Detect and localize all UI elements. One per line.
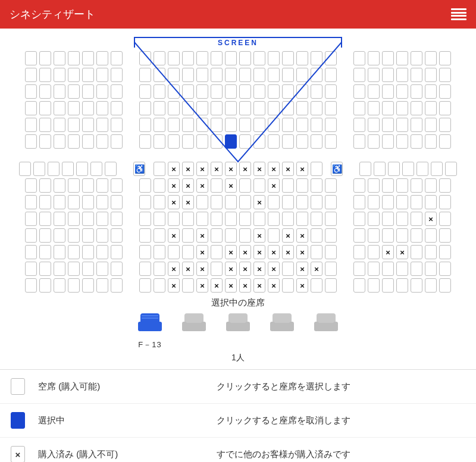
seat[interactable] [239, 134, 251, 149]
seat[interactable] [296, 51, 308, 65]
seat[interactable] [68, 245, 80, 259]
seat[interactable] [439, 228, 451, 243]
seat[interactable] [196, 195, 208, 209]
seat[interactable] [139, 212, 151, 226]
seat[interactable] [388, 162, 400, 176]
seat[interactable] [139, 134, 151, 149]
seat[interactable] [168, 134, 180, 149]
seat[interactable] [154, 195, 165, 209]
seat[interactable] [90, 162, 102, 176]
seat[interactable] [139, 195, 151, 209]
seat[interactable] [396, 262, 408, 276]
seat[interactable] [139, 178, 151, 193]
seat[interactable] [225, 195, 237, 209]
seat[interactable] [439, 101, 451, 115]
seat[interactable] [368, 68, 380, 82]
seat[interactable] [296, 178, 308, 193]
seat[interactable] [268, 101, 280, 115]
seat[interactable] [311, 118, 322, 132]
seat[interactable] [439, 51, 451, 65]
seat[interactable] [139, 68, 151, 82]
seat[interactable] [68, 68, 80, 82]
seat[interactable] [325, 51, 337, 65]
seat[interactable] [268, 195, 280, 209]
seat[interactable] [268, 84, 280, 99]
seat[interactable] [25, 178, 37, 193]
seat[interactable] [439, 262, 451, 276]
seat[interactable] [311, 178, 322, 193]
seat[interactable] [196, 118, 208, 132]
seat[interactable] [182, 84, 194, 99]
seat[interactable] [211, 134, 223, 149]
seat[interactable] [353, 278, 365, 293]
seat[interactable] [368, 278, 380, 293]
seat[interactable] [96, 134, 108, 149]
seat[interactable] [54, 51, 65, 65]
seat[interactable] [439, 278, 451, 293]
seat[interactable] [353, 134, 365, 149]
seat[interactable] [196, 51, 208, 65]
seat[interactable] [396, 212, 408, 226]
seat[interactable] [168, 84, 180, 99]
seat[interactable] [82, 262, 94, 276]
seat[interactable] [325, 278, 337, 293]
seat[interactable] [54, 68, 65, 82]
seat[interactable] [268, 134, 280, 149]
seat[interactable] [25, 51, 37, 65]
seat[interactable] [253, 51, 265, 65]
seat[interactable] [111, 84, 123, 99]
seat[interactable] [253, 118, 265, 132]
seat[interactable] [182, 101, 194, 115]
seat[interactable] [39, 212, 51, 226]
seat[interactable] [225, 228, 237, 243]
seat[interactable] [68, 118, 80, 132]
seat[interactable] [139, 101, 151, 115]
seat[interactable] [168, 68, 180, 82]
seat[interactable] [425, 228, 437, 243]
seat[interactable] [325, 84, 337, 99]
seat[interactable] [111, 228, 123, 243]
seat[interactable] [425, 262, 437, 276]
seat[interactable] [154, 68, 165, 82]
seat[interactable] [182, 134, 194, 149]
seat[interactable] [311, 134, 322, 149]
seat[interactable] [359, 162, 371, 176]
wheelchair-icon[interactable]: ♿ [133, 162, 145, 176]
seat[interactable] [211, 245, 223, 259]
seat[interactable] [282, 118, 294, 132]
seat[interactable] [382, 178, 394, 193]
seat[interactable] [253, 68, 265, 82]
seat[interactable] [154, 245, 165, 259]
seat[interactable] [425, 101, 437, 115]
seat[interactable] [396, 134, 408, 149]
seat[interactable] [253, 178, 265, 193]
seat[interactable] [39, 278, 51, 293]
seat[interactable] [96, 262, 108, 276]
seat[interactable] [425, 178, 437, 193]
seat[interactable] [382, 134, 394, 149]
seat[interactable] [296, 212, 308, 226]
seat[interactable] [325, 228, 337, 243]
seat[interactable] [196, 68, 208, 82]
seat[interactable] [296, 118, 308, 132]
seat[interactable] [239, 68, 251, 82]
seat[interactable] [382, 228, 394, 243]
seat[interactable] [39, 178, 51, 193]
seat[interactable] [382, 262, 394, 276]
seat[interactable] [82, 51, 94, 65]
seat[interactable] [439, 212, 451, 226]
seat[interactable] [382, 278, 394, 293]
seat[interactable] [139, 51, 151, 65]
seat[interactable] [382, 51, 394, 65]
seat[interactable] [396, 178, 408, 193]
seat[interactable] [311, 228, 322, 243]
seat[interactable] [168, 51, 180, 65]
seat[interactable] [39, 245, 51, 259]
seat[interactable] [54, 118, 65, 132]
seat[interactable] [368, 134, 380, 149]
seat[interactable] [182, 212, 194, 226]
seat[interactable] [425, 134, 437, 149]
seat[interactable] [111, 262, 123, 276]
seat[interactable] [382, 195, 394, 209]
seat[interactable] [311, 51, 322, 65]
